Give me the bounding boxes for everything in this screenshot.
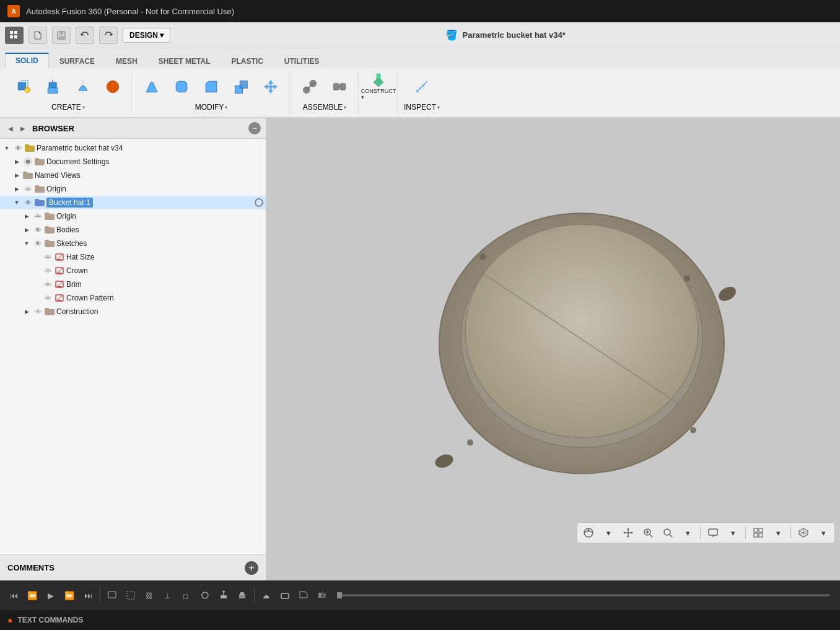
tree-eye-root[interactable]: 👁: [13, 143, 23, 153]
tree-item-hat-size[interactable]: 👁 Hat Size: [0, 250, 266, 264]
joint-icon[interactable]: [296, 73, 323, 100]
tree-arrow-root[interactable]: [2, 144, 11, 152]
display-dropdown[interactable]: ▾: [724, 525, 742, 540]
free-select-btn[interactable]: ◻: [178, 587, 195, 604]
tree-item-bh-origin[interactable]: 👁 Origin: [0, 209, 266, 223]
assemble-label[interactable]: ASSEMBLE ▾: [303, 103, 347, 112]
tree-item-sketches[interactable]: 👁 Sketches: [0, 237, 266, 250]
create-label[interactable]: CREATE ▾: [51, 103, 85, 112]
revolve-icon[interactable]: [69, 73, 97, 100]
display-tool[interactable]: [704, 525, 722, 540]
tree-arrow-bucket-hat[interactable]: [12, 198, 21, 207]
skip-end-button[interactable]: ⏭: [79, 587, 97, 604]
tangent-select-btn[interactable]: ⊥: [159, 587, 177, 604]
grid-button[interactable]: [5, 27, 24, 44]
tree-item-bucket-hat[interactable]: 👁 Bucket hat:1: [0, 196, 266, 209]
undo-button[interactable]: [76, 27, 94, 44]
tree-eye-sketches[interactable]: 👁: [33, 238, 43, 248]
fillet-icon[interactable]: [168, 73, 195, 100]
tree-item-doc-settings[interactable]: Document Settings: [0, 155, 266, 168]
rigid-group-icon[interactable]: [326, 73, 353, 100]
comments-add-button[interactable]: +: [245, 561, 258, 575]
zoom-window-tool[interactable]: [659, 525, 676, 540]
tab-surface[interactable]: SURFACE: [49, 54, 105, 68]
tree-item-crown[interactable]: 👁 Crown: [0, 264, 266, 278]
tree-eye-bodies[interactable]: 👁: [33, 225, 43, 235]
grid-dropdown[interactable]: ▾: [769, 525, 787, 540]
tree-item-named-views[interactable]: Named Views: [0, 168, 266, 182]
view-cube-tool[interactable]: [795, 525, 812, 540]
tree-arrow-sketches[interactable]: [22, 239, 31, 248]
tab-mesh[interactable]: MESH: [105, 54, 148, 68]
sketch-icon-hat-size: [55, 252, 64, 262]
inspect-label[interactable]: INSPECT ▾: [404, 103, 440, 112]
zoom-dropdown[interactable]: ▾: [679, 525, 696, 540]
shell-icon[interactable]: [138, 73, 165, 100]
tree-eye-bh-origin[interactable]: 👁: [33, 211, 43, 221]
loop-select-btn[interactable]: [196, 587, 214, 604]
orbit-dropdown[interactable]: ▾: [600, 525, 617, 540]
tree-eye-hat-size[interactable]: 👁: [43, 252, 53, 262]
new-component-icon[interactable]: +: [10, 73, 37, 100]
sphere-icon[interactable]: [99, 73, 126, 100]
tree-item-construction[interactable]: 👁 Construction: [0, 305, 266, 318]
tree-eye-crown[interactable]: 👁: [43, 266, 53, 276]
nav-back[interactable]: ◀: [5, 123, 16, 134]
tree-arrow-doc-settings[interactable]: [12, 157, 21, 166]
measure-icon[interactable]: [408, 73, 435, 100]
tree-eye-brim[interactable]: 👁: [43, 279, 53, 289]
browser-close-button[interactable]: −: [248, 122, 261, 134]
tree-arrow-bodies[interactable]: [22, 225, 31, 234]
tree-arrow-construction[interactable]: [22, 307, 31, 316]
plane-icon[interactable]: CONSTRUCT ▾: [365, 73, 392, 100]
combine-icon[interactable]: [227, 73, 255, 100]
mirror-btn[interactable]: [313, 587, 331, 604]
tree-item-origin[interactable]: 👁 Origin: [0, 182, 266, 196]
tab-solid[interactable]: SOLID: [5, 53, 49, 68]
file-button[interactable]: [28, 27, 47, 44]
tree-item-bodies[interactable]: 👁 Bodies: [0, 223, 266, 237]
canvas[interactable]: ▾ ▾ ▾ ▾ ▾: [266, 118, 840, 580]
tree-eye-construction[interactable]: 👁: [33, 307, 43, 317]
tab-utilities[interactable]: UTILITIES: [274, 54, 330, 68]
svg-rect-92: [281, 593, 289, 598]
tab-sheet-metal[interactable]: SHEET METAL: [148, 54, 221, 68]
tree-arrow-named-views[interactable]: [12, 171, 21, 180]
select-tool-btn[interactable]: [103, 587, 121, 604]
tree-eye-crown-pattern[interactable]: 👁: [43, 293, 53, 303]
freeform-btn[interactable]: [258, 587, 275, 604]
tree-eye-bucket-hat[interactable]: 👁: [23, 198, 33, 208]
zoom-fit-tool[interactable]: [639, 525, 657, 540]
tree-item-brim[interactable]: 👁 Brim: [0, 278, 266, 291]
push-pull-btn[interactable]: [215, 587, 232, 604]
tree-arrow-origin[interactable]: [12, 185, 21, 193]
skip-start-button[interactable]: ⏮: [5, 587, 22, 604]
svg-rect-30: [377, 74, 380, 79]
tree-item-crown-pattern[interactable]: 👁 Crown Pattern: [0, 291, 266, 305]
modify-label[interactable]: MODIFY ▾: [195, 103, 228, 112]
pan-tool[interactable]: [619, 525, 637, 540]
step-back-button[interactable]: ⏪: [24, 587, 41, 604]
chain-select-btn[interactable]: ⛓: [141, 587, 158, 604]
play-button[interactable]: ▶: [42, 587, 59, 604]
move-icon[interactable]: [257, 73, 284, 100]
grid-tool[interactable]: [750, 525, 767, 540]
extrude-icon[interactable]: [40, 73, 67, 100]
edge-flange-btn[interactable]: [295, 587, 312, 604]
design-button[interactable]: DESIGN ▾: [123, 28, 170, 43]
save-button[interactable]: [52, 27, 71, 44]
tab-plastic[interactable]: PLASTIC: [221, 54, 273, 68]
chamfer-icon[interactable]: [198, 73, 225, 100]
tree-item-root[interactable]: 👁 Parametric bucket hat v34: [0, 141, 266, 155]
nav-forward[interactable]: ▶: [17, 123, 28, 134]
redo-button[interactable]: [99, 27, 118, 44]
tree-eye-origin[interactable]: 👁: [23, 184, 33, 194]
step-forward-button[interactable]: ⏩: [61, 587, 78, 604]
svg-rect-4: [10, 35, 13, 38]
sheet-metal-face-btn[interactable]: [276, 587, 294, 604]
tree-arrow-bh-origin[interactable]: [22, 212, 31, 221]
press-pull-btn[interactable]: [234, 587, 251, 604]
box-select-btn[interactable]: [122, 587, 139, 604]
view-cube-dropdown[interactable]: ▾: [815, 525, 832, 540]
orbit-tool[interactable]: [580, 525, 597, 540]
